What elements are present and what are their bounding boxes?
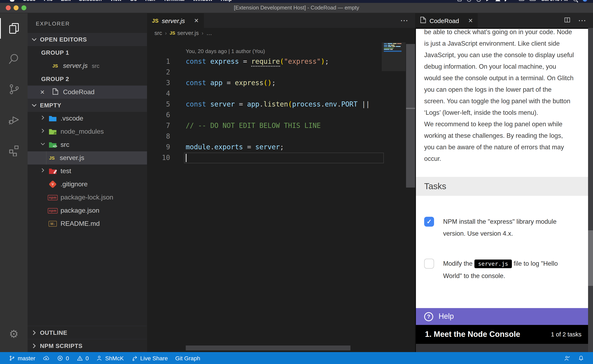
menu-selection[interactable]: Selection	[75, 0, 106, 2]
menu-code[interactable]: Code	[19, 0, 40, 2]
coderoad-panel: CodeRoad ✕ ⋯ be able to check what’s goi…	[415, 13, 593, 352]
scrollbar-thumb[interactable]	[588, 230, 593, 286]
statusbar-git-graph[interactable]: Git Graph	[172, 352, 204, 364]
settings-gear-icon[interactable]: ⚙	[0, 324, 28, 344]
statusbar-warnings[interactable]: 0	[73, 352, 93, 364]
task-checkbox-unchecked[interactable]	[424, 259, 434, 269]
code-line-8	[186, 131, 384, 142]
minimap[interactable]	[384, 43, 401, 70]
menu-go[interactable]: Go	[126, 0, 141, 2]
activity-extensions[interactable]	[0, 135, 28, 165]
tab-coderoad[interactable]: CodeRoad ✕	[415, 13, 478, 28]
activity-search[interactable]	[0, 44, 28, 74]
workbench: ⚙ EXPLORER OPEN EDITORS GROUP 1JSserver.…	[0, 13, 593, 352]
section-npm-scripts[interactable]: NPM SCRIPTS	[28, 339, 147, 352]
statusbar-notifications[interactable]	[574, 355, 588, 361]
sidebar-bottom-sections: OUTLINENPM SCRIPTS	[28, 326, 147, 352]
open-editor-coderoad[interactable]: ✕CodeRoad	[28, 85, 147, 99]
menu-edit[interactable]: Edit	[57, 0, 75, 2]
tree-item-server-js[interactable]: JSserver.js	[28, 151, 147, 164]
tree-item--vscode[interactable]: .vscode	[28, 112, 147, 125]
code-editor[interactable]: You, 20 days ago | 1 author (You) 123456…	[147, 38, 415, 352]
zoom-window-button[interactable]	[21, 5, 26, 10]
statusbar-live-share[interactable]: Live Share	[127, 352, 172, 364]
minimize-window-button[interactable]	[13, 5, 19, 10]
activity-source-control[interactable]	[0, 74, 28, 104]
status-bar: master00ShMcKLive ShareGit Graph	[0, 352, 593, 364]
window-titlebar[interactable]: [Extension Development Host] - CodeRoad …	[0, 3, 593, 13]
breadcrumb-item[interactable]: …	[206, 30, 212, 36]
tree-item-src[interactable]: </>src	[28, 138, 147, 151]
src-folder-icon: </>	[48, 141, 57, 149]
indent-guide	[46, 151, 47, 164]
editor-horizontal-scrollbar[interactable]	[186, 345, 350, 351]
menu-run[interactable]: Run	[141, 0, 159, 2]
file-icon	[420, 16, 426, 25]
spotlight-icon[interactable]	[573, 0, 577, 1]
activity-explorer[interactable]	[0, 13, 28, 44]
keyboard-icon[interactable]	[519, 0, 524, 1]
tree-item-readme-md[interactable]: M↓README.md	[28, 217, 147, 230]
siri-icon[interactable]	[583, 0, 587, 1]
tree-item-node-modules[interactable]: JSnode_modules	[28, 125, 147, 138]
tree-item-package-json[interactable]: npmpackage.json	[28, 204, 147, 217]
close-editor-icon[interactable]: ✕	[40, 89, 49, 95]
close-tab-icon[interactable]: ✕	[194, 17, 199, 24]
menu-file[interactable]: File	[40, 0, 57, 2]
current-line-highlight	[184, 153, 384, 163]
window-icon[interactable]	[458, 0, 462, 1]
shield-icon[interactable]	[467, 0, 471, 1]
statusbar-publish-changes[interactable]	[39, 352, 53, 364]
warning-icon	[76, 355, 83, 361]
menu-help[interactable]: Help	[217, 0, 236, 2]
section-open-editors[interactable]: OPEN EDITORS	[28, 33, 147, 46]
panel-scrollbar[interactable]	[588, 28, 593, 352]
tree-item-package-lock-json[interactable]: npmpackage-lock.json	[28, 191, 147, 204]
lesson-footer[interactable]: 1. Meet the Node Console 1 of 2 tasks	[416, 325, 588, 344]
menubar-status-area: Sat 5:45 PM	[458, 0, 587, 2]
breadcrumb-item[interactable]: src	[154, 30, 162, 36]
section-outline[interactable]: OUTLINE	[28, 326, 147, 339]
codelens-annotation[interactable]: You, 20 days ago | 1 author (You)	[186, 48, 265, 54]
menubar-clock[interactable]: Sat 5:45 PM	[541, 0, 568, 2]
menu-window[interactable]: Window	[189, 0, 217, 2]
task-checkbox-checked[interactable]: ✓	[424, 217, 434, 227]
statusbar-account[interactable]: ShMcK	[93, 352, 127, 364]
help-bar[interactable]: ? Help	[416, 308, 588, 325]
sync-circle-icon[interactable]	[476, 0, 481, 1]
statusbar-git-branch[interactable]: master	[5, 352, 39, 364]
triangle-icon[interactable]	[495, 0, 500, 1]
play-icon[interactable]	[486, 0, 490, 1]
close-window-button[interactable]	[6, 5, 11, 10]
task-text: Modify the server.js file to log "HelloW…	[443, 258, 558, 282]
breadcrumb-separator: ›	[165, 30, 167, 36]
explorer-sidebar: EXPLORER OPEN EDITORS GROUP 1JSserver.js…	[28, 13, 147, 352]
activity-run-debug[interactable]	[0, 104, 28, 135]
section-folder-empty[interactable]: EMPTY	[28, 99, 147, 112]
code-line-1: const express = require("express");	[186, 56, 384, 67]
menu-terminal[interactable]: Terminal	[159, 0, 189, 2]
battery-icon[interactable]	[530, 0, 536, 1]
tree-item-test[interactable]: test	[28, 164, 147, 178]
menu-view[interactable]: View	[106, 0, 126, 2]
open-editor-server-js[interactable]: JSserver.jssrc	[28, 59, 147, 72]
tree-item--gitignore[interactable]: ⑂.gitignore	[28, 178, 147, 191]
pencil-icon[interactable]	[505, 0, 508, 2]
task-progress: 1 of 2 tasks	[551, 331, 581, 338]
close-tab-icon[interactable]: ✕	[468, 17, 473, 24]
tab-server-js[interactable]: JS server.js ✕	[147, 13, 204, 28]
task-item-2: Modify the server.js file to log "HelloW…	[424, 258, 586, 282]
code-line-5: const server = app.listen(process.env.PO…	[186, 99, 384, 110]
editor-label: server.js	[63, 62, 88, 70]
editor-vertical-scrollbar[interactable]	[406, 44, 415, 188]
editor-more-actions-icon[interactable]: ⋯	[400, 19, 408, 23]
split-editor-icon[interactable]	[564, 16, 571, 25]
breadcrumb-item[interactable]: JSserver.js	[170, 30, 199, 36]
task-item-1: ✓NPM install the "express" library modul…	[424, 215, 586, 239]
apple-menu-icon[interactable]	[10, 0, 14, 2]
panel-more-actions-icon[interactable]: ⋯	[578, 19, 586, 23]
tree-label: test	[60, 167, 71, 175]
git-icon: ⑂	[48, 181, 57, 188]
statusbar-errors[interactable]: 0	[53, 352, 73, 364]
statusbar-feedback[interactable]	[560, 355, 574, 361]
